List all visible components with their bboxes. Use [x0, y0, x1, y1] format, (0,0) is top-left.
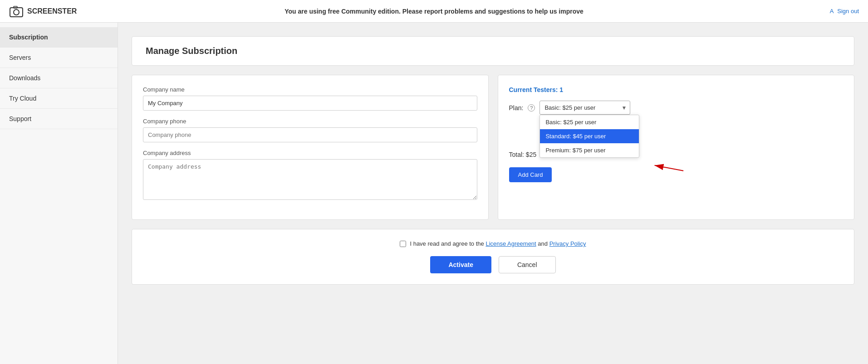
plan-row: Plan: ? Basic: $25 per user Standard: $4…: [509, 101, 843, 115]
current-testers: Current Testers: 1: [509, 86, 843, 93]
sidebar-item-downloads[interactable]: Downloads: [0, 68, 118, 88]
user-letter: A: [830, 8, 834, 15]
svg-line-6: [654, 165, 683, 171]
cancel-button[interactable]: Cancel: [499, 256, 556, 273]
svg-point-1: [14, 10, 19, 15]
plan-select[interactable]: Basic: $25 per user Standard: $45 per us…: [539, 101, 630, 115]
company-info-card: Company name Company phone Company addre…: [132, 75, 489, 220]
camera-icon: [9, 4, 24, 19]
sidebar-item-try-cloud[interactable]: Try Cloud: [0, 88, 118, 109]
plan-option-standard[interactable]: Standard: $45 per user: [540, 129, 639, 143]
action-buttons: Activate Cancel: [143, 256, 843, 273]
company-phone-group: Company phone: [143, 118, 477, 142]
topbar-message: You are using free Community edition. Pl…: [284, 8, 584, 15]
plan-dropdown[interactable]: Basic: $25 per user Standard: $45 per us…: [539, 115, 639, 158]
company-phone-label: Company phone: [143, 118, 477, 125]
company-phone-input[interactable]: [143, 127, 477, 142]
agreement-row: I have read and agree to the License Agr…: [143, 240, 843, 247]
subscription-card: Current Testers: 1 Plan: ? Basic: $25 pe…: [498, 75, 855, 220]
sidebar-item-servers[interactable]: Servers: [0, 48, 118, 68]
agreement-text: I have read and agree to the License Agr…: [410, 240, 586, 247]
add-card-button[interactable]: Add Card: [509, 167, 552, 182]
plan-select-wrapper: Basic: $25 per user Standard: $45 per us…: [539, 101, 630, 115]
sidebar-item-subscription[interactable]: Subscription: [0, 27, 118, 48]
activate-button[interactable]: Activate: [430, 256, 491, 273]
plan-label: Plan:: [509, 104, 524, 112]
main-content: Manage Subscription Company name Company…: [118, 23, 868, 364]
total-value: $25: [526, 151, 536, 158]
layout: Subscription Servers Downloads Try Cloud…: [0, 23, 868, 364]
company-address-input[interactable]: [143, 159, 477, 200]
company-name-input[interactable]: [143, 96, 477, 111]
topbar-right: A Sign out: [830, 8, 859, 15]
license-agreement-link[interactable]: License Agreement: [485, 240, 536, 247]
company-address-label: Company address: [143, 150, 477, 156]
logo-text: SCREENSTER: [27, 7, 77, 15]
plan-option-basic[interactable]: Basic: $25 per user: [540, 115, 639, 129]
agreement-checkbox[interactable]: [400, 241, 406, 247]
company-name-label: Company name: [143, 86, 477, 93]
sign-out-link[interactable]: Sign out: [837, 8, 859, 15]
page-title: Manage Subscription: [146, 46, 840, 56]
plan-help-icon[interactable]: ?: [528, 104, 535, 112]
page-title-card: Manage Subscription: [132, 36, 854, 66]
company-name-group: Company name: [143, 86, 477, 111]
logo: SCREENSTER: [9, 4, 77, 19]
agreement-card: I have read and agree to the License Agr…: [132, 229, 854, 285]
plan-option-premium[interactable]: Premium: $75 per user: [540, 143, 639, 157]
sidebar: Subscription Servers Downloads Try Cloud…: [0, 23, 118, 364]
sidebar-item-support[interactable]: Support: [0, 109, 118, 129]
form-area: Company name Company phone Company addre…: [132, 75, 854, 220]
company-address-group: Company address: [143, 150, 477, 201]
topbar: SCREENSTER You are using free Community …: [0, 0, 868, 23]
privacy-policy-link[interactable]: Privacy Policy: [549, 240, 586, 247]
